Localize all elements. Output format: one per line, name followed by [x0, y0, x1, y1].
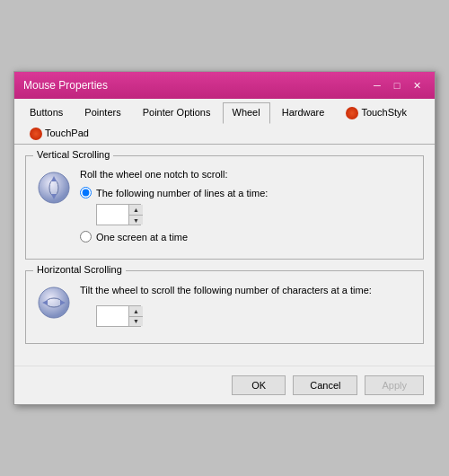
tab-pointers[interactable]: Pointers: [75, 102, 130, 123]
chars-input[interactable]: 3: [97, 306, 128, 326]
vertical-scroll-icon: [37, 171, 71, 205]
chars-spinner-row: 3 ▲ ▼: [96, 305, 412, 327]
touchstyk-icon: [346, 107, 358, 119]
tab-wheel[interactable]: Wheel: [223, 102, 270, 124]
horizontal-scrolling-group: Horizontal Scrolling: [25, 270, 424, 343]
ok-button[interactable]: OK: [232, 375, 286, 395]
screen-radio-row: One screen at a time: [80, 231, 412, 242]
lines-radio[interactable]: [80, 187, 92, 198]
tab-pointer-options[interactable]: Pointer Options: [133, 102, 221, 123]
window: Mouse Properties ─ □ ✕ Buttons Pointers …: [13, 71, 436, 405]
lines-input[interactable]: 5: [97, 205, 128, 225]
screen-radio-label: One screen at a time: [96, 232, 188, 242]
tilt-label: Tilt the wheel to scroll the following n…: [80, 284, 412, 297]
horizontal-scrolling-title: Horizontal Scrolling: [33, 264, 126, 275]
chars-spinner: 3 ▲ ▼: [96, 305, 141, 327]
lines-spinner-row: 5 ▲ ▼: [96, 204, 412, 225]
close-button[interactable]: ✕: [408, 77, 426, 93]
cancel-button[interactable]: Cancel: [293, 375, 357, 395]
footer: OK Cancel Apply: [14, 366, 435, 404]
roll-label: Roll the wheel one notch to scroll:: [80, 169, 412, 180]
lines-radio-row: The following number of lines at a time:: [80, 187, 412, 198]
apply-button[interactable]: Apply: [365, 375, 424, 395]
horizontal-scrolling-inner: Tilt the wheel to scroll the following n…: [37, 284, 412, 331]
tab-buttons[interactable]: Buttons: [20, 102, 73, 123]
vertical-scrolling-title: Vertical Scrolling: [33, 149, 113, 160]
tab-bar: Buttons Pointers Pointer Options Wheel H…: [14, 99, 435, 145]
svg-point-5: [46, 298, 62, 307]
horizontal-scroll-icon: [37, 286, 71, 320]
tab-hardware[interactable]: Hardware: [272, 102, 335, 123]
lines-radio-label: The following number of lines at a time:: [96, 188, 268, 198]
chars-increment-button[interactable]: ▲: [129, 306, 143, 316]
lines-decrement-button[interactable]: ▼: [129, 215, 143, 225]
tab-content: Vertical Scrolling: [14, 145, 435, 365]
chars-decrement-button[interactable]: ▼: [129, 316, 143, 326]
horizontal-scrolling-content: Tilt the wheel to scroll the following n…: [80, 284, 412, 331]
touchpad-icon: [30, 128, 42, 140]
title-bar: Mouse Properties ─ □ ✕: [14, 72, 435, 99]
minimize-button[interactable]: ─: [368, 77, 386, 93]
lines-increment-button[interactable]: ▲: [129, 205, 143, 215]
maximize-button[interactable]: □: [388, 77, 406, 93]
vertical-scrolling-content: Roll the wheel one notch to scroll: The …: [80, 169, 412, 248]
vertical-scrolling-group: Vertical Scrolling: [25, 155, 424, 260]
lines-spinner: 5 ▲ ▼: [96, 204, 141, 225]
tab-touchstyk[interactable]: TouchStyk: [336, 102, 417, 123]
svg-point-1: [49, 180, 58, 196]
screen-radio[interactable]: [80, 231, 92, 242]
vertical-scrolling-inner: Roll the wheel one notch to scroll: The …: [37, 169, 412, 248]
tab-touchpad[interactable]: TouchPad: [20, 123, 99, 144]
lines-spinner-buttons: ▲ ▼: [128, 205, 143, 225]
title-bar-controls: ─ □ ✕: [368, 77, 426, 93]
window-title: Mouse Properties: [23, 79, 108, 92]
chars-spinner-buttons: ▲ ▼: [128, 306, 143, 326]
